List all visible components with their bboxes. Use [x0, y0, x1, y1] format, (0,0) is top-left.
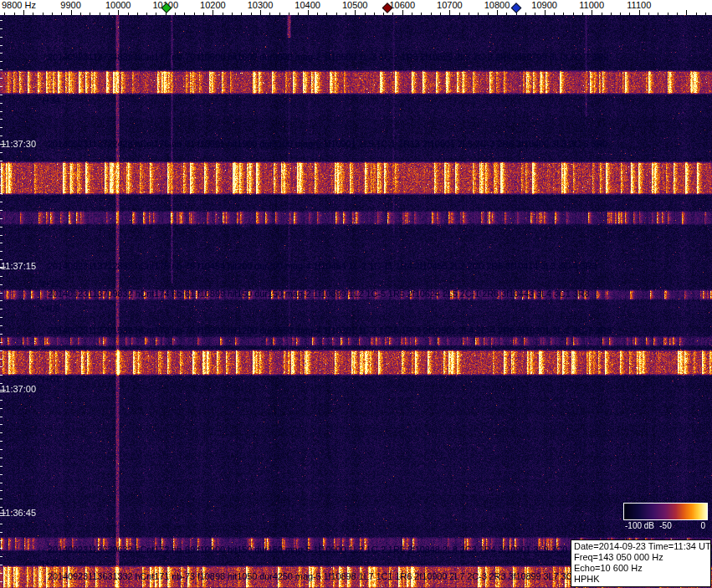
info-echo-frequency: Echo=10 600 Hz	[574, 563, 710, 574]
ruler-minor-tick	[620, 13, 621, 15]
ruler-minor-tick	[383, 13, 384, 15]
ruler-minor-tick	[251, 13, 252, 15]
ruler-minor-tick	[203, 13, 204, 15]
ruler-minor-tick	[374, 13, 375, 15]
ruler-minor-tick	[535, 13, 535, 15]
ruler-label-10900: 10900	[531, 1, 557, 10]
ruler-minor-tick	[412, 13, 412, 15]
ruler-minor-tick	[43, 13, 44, 15]
ruler-minor-tick	[696, 13, 697, 15]
ruler-minor-tick	[525, 13, 526, 15]
ruler-minor-tick	[658, 13, 658, 15]
ruler-major-tick	[545, 10, 546, 15]
ruler-minor-tick	[336, 13, 337, 15]
ruler-minor-tick	[175, 13, 176, 15]
blue-marker-icon[interactable]	[511, 3, 522, 13]
ruler-minor-tick	[478, 13, 479, 15]
ruler-minor-tick	[146, 13, 147, 15]
ruler-major-tick	[497, 10, 498, 15]
ruler-minor-tick	[269, 13, 270, 15]
info-frequency: Freq=143 050 000 Hz	[574, 552, 710, 563]
ruler-minor-tick	[421, 13, 422, 15]
colorbar-gradient-canvas	[624, 504, 707, 519]
ruler-minor-tick	[431, 13, 432, 15]
colorbar-mid-label: -50	[659, 521, 671, 531]
ruler-minor-tick	[365, 13, 366, 15]
ruler-label-10000: 10000	[105, 1, 131, 10]
ruler-minor-tick	[648, 13, 649, 15]
ruler-minor-tick	[4, 13, 5, 15]
ruler-minor-tick	[100, 13, 100, 15]
ruler-minor-tick	[554, 13, 555, 15]
colorbar-labels: -100 dB -50 0	[623, 521, 708, 531]
spectrogram-canvas	[0, 15, 712, 588]
ruler-minor-tick	[326, 13, 327, 15]
ruler-minor-tick	[563, 13, 564, 15]
ruler-major-tick	[355, 10, 356, 15]
info-station-id: HPHK	[574, 574, 710, 585]
colorbar: -100 dB -50 0	[623, 503, 708, 531]
ruler-minor-tick	[440, 13, 441, 15]
ruler-major-tick	[402, 10, 403, 15]
ruler-major-tick	[23, 10, 24, 15]
ruler-minor-tick	[33, 13, 33, 15]
ruler-major-tick	[592, 10, 592, 15]
colorbar-gradient	[623, 503, 708, 520]
ruler-minor-tick	[602, 13, 602, 15]
ruler-minor-tick	[488, 13, 489, 15]
ruler-minor-tick	[668, 13, 668, 15]
colorbar-max-label: 0	[700, 521, 705, 531]
ruler-label-11000: 11000	[579, 1, 604, 10]
ruler-minor-tick	[346, 13, 346, 15]
ruler-minor-tick	[241, 13, 242, 15]
ruler-label-10800: 10800	[484, 1, 510, 10]
ruler-minor-tick	[232, 13, 233, 15]
ruler-major-tick	[118, 10, 119, 15]
ruler-major-tick	[71, 10, 72, 15]
ruler-minor-tick	[14, 13, 15, 15]
ruler-minor-tick	[705, 13, 706, 15]
ruler-minor-tick	[469, 13, 469, 15]
ruler-label-10400: 10400	[295, 1, 320, 10]
ruler-label-10500: 10500	[342, 1, 368, 10]
ruler-minor-tick	[61, 13, 62, 15]
ruler-minor-tick	[184, 13, 185, 15]
ruler-minor-tick	[128, 13, 129, 15]
ruler-minor-tick	[573, 13, 574, 15]
ruler-minor-tick	[223, 13, 223, 15]
ruler-minor-tick	[156, 13, 156, 15]
frequency-ruler: 9800 Hz990010000101001020010300104001050…	[0, 0, 712, 15]
ruler-minor-tick	[289, 13, 289, 15]
ruler-label-10600: 10600	[390, 1, 416, 10]
ruler-major-tick	[308, 10, 309, 15]
ruler-label-10200: 10200	[200, 1, 226, 10]
ruler-label-10700: 10700	[437, 1, 463, 10]
ruler-major-tick	[260, 10, 261, 15]
ruler-minor-tick	[392, 13, 393, 15]
ruler-minor-tick	[279, 13, 280, 15]
spectrogram-app-window: 9800 Hz990010000101001020010300104001050…	[0, 0, 712, 588]
ruler-major-tick	[449, 10, 450, 15]
ruler-label-10300: 10300	[248, 1, 274, 10]
ruler-minor-tick	[298, 13, 299, 15]
ruler-minor-tick	[90, 13, 90, 15]
ruler-label-9900: 9900	[60, 1, 80, 10]
ruler-minor-tick	[109, 13, 110, 15]
ruler-major-tick	[213, 10, 213, 15]
ruler-label-9800-hz: 9800 Hz	[2, 1, 36, 10]
ruler-major-tick	[686, 10, 687, 15]
ruler-minor-tick	[677, 13, 678, 15]
ruler-minor-tick	[317, 13, 318, 15]
ruler-minor-tick	[194, 13, 195, 15]
ruler-minor-tick	[582, 13, 583, 15]
ruler-minor-tick	[629, 13, 630, 15]
ruler-minor-tick	[52, 13, 53, 15]
info-date-time: Date=2014-09-23 Time=11:34 UTC	[574, 541, 710, 552]
colorbar-min-label: -100 dB	[625, 521, 654, 531]
ruler-minor-tick	[137, 13, 138, 15]
ruler-label-11100: 11100	[627, 1, 651, 10]
info-box: Date=2014-09-23 Time=11:34 UTC Freq=143 …	[571, 539, 711, 587]
ruler-major-tick	[639, 10, 640, 15]
ruler-minor-tick	[506, 13, 507, 15]
ruler-minor-tick	[611, 13, 612, 15]
